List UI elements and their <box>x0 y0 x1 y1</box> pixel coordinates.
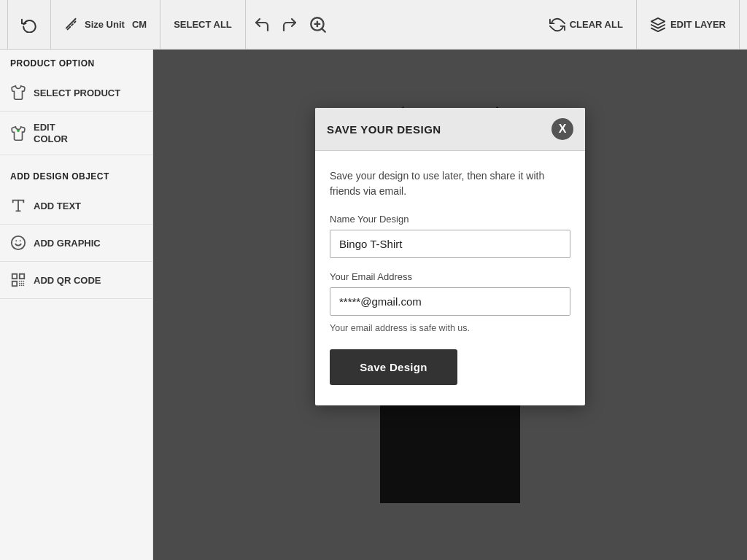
modal-title: SAVE YOUR DESIGN <box>327 123 441 136</box>
sidebar-item-add-text[interactable]: ADD TEXT <box>0 187 152 225</box>
modal-description: Save your design to use later, then shar… <box>330 168 570 199</box>
main-area: PRODUCT OPTION SELECT PRODUCT EDIT COLOR… <box>0 50 747 560</box>
modal-overlay: SAVE YOUR DESIGN X Save your design to u… <box>153 50 747 560</box>
add-graphic-label: ADD GRAPHIC <box>34 238 101 249</box>
svg-rect-11 <box>12 274 17 279</box>
refresh-button[interactable] <box>7 0 51 50</box>
save-design-button[interactable]: Save Design <box>330 349 457 385</box>
edit-color-icon <box>10 125 26 141</box>
sidebar-item-add-graphic[interactable]: ADD GRAPHIC <box>0 225 152 262</box>
add-text-label: ADD TEXT <box>34 201 81 211</box>
edit-label: EDIT <box>34 122 68 133</box>
edit-layer-label: EDIT LAYER <box>670 19 726 30</box>
clear-all-label: CLEAR ALL <box>570 19 623 30</box>
select-all-button[interactable]: SELECT ALL <box>160 0 246 50</box>
size-unit-label: Size Unit <box>85 19 125 30</box>
add-qr-label: ADD QR CODE <box>34 275 101 286</box>
qr-icon <box>10 272 26 288</box>
design-name-input[interactable] <box>330 230 570 258</box>
sidebar-item-select-product[interactable]: SELECT PRODUCT <box>0 74 152 112</box>
select-product-label: SELECT PRODUCT <box>34 88 120 98</box>
svg-point-5 <box>17 129 20 132</box>
svg-marker-4 <box>651 18 665 24</box>
sidebar-item-edit-color[interactable]: EDIT COLOR <box>0 112 152 155</box>
undo-redo-zoom-group <box>246 0 335 50</box>
text-icon <box>10 198 26 214</box>
modal-body: Save your design to use later, then shar… <box>315 151 585 405</box>
email-safe-note: Your email address is safe with us. <box>330 323 570 333</box>
svg-line-1 <box>322 28 325 32</box>
layers-icon <box>650 17 666 33</box>
toolbar: Size Unit CM SELECT ALL CLEAR ALL EDIT L… <box>0 0 747 50</box>
svg-rect-12 <box>20 274 24 279</box>
svg-rect-13 <box>12 281 17 286</box>
zoom-icon[interactable] <box>309 15 328 34</box>
modal-header: SAVE YOUR DESIGN X <box>315 108 585 151</box>
ruler-icon <box>64 17 80 33</box>
color-label: COLOR <box>34 133 68 145</box>
edit-color-labels: EDIT COLOR <box>34 122 68 144</box>
product-option-header: PRODUCT OPTION <box>0 50 152 74</box>
email-input[interactable] <box>330 287 570 316</box>
add-design-header: ADD DESIGN OBJECT <box>0 163 152 187</box>
edit-layer-button[interactable]: EDIT LAYER <box>637 0 740 50</box>
refresh-icon <box>21 17 37 33</box>
email-field-label: Your Email Address <box>330 271 570 282</box>
save-design-modal: SAVE YOUR DESIGN X Save your design to u… <box>315 108 585 405</box>
redo-icon[interactable] <box>281 16 298 34</box>
modal-close-button[interactable]: X <box>551 118 573 140</box>
graphic-icon <box>10 235 26 251</box>
size-unit-value: CM <box>132 19 147 30</box>
clear-all-button[interactable]: CLEAR ALL <box>536 0 637 50</box>
svg-point-8 <box>12 236 25 249</box>
tshirt-icon <box>10 85 26 101</box>
name-field-label: Name Your Design <box>330 214 570 225</box>
close-icon: X <box>559 122 567 136</box>
sidebar-item-add-qr[interactable]: ADD QR CODE <box>0 262 152 299</box>
canvas: SAVE YOUR DESIGN X Save your design to u… <box>153 50 747 560</box>
undo-icon[interactable] <box>253 16 271 34</box>
clear-all-icon <box>549 17 565 33</box>
select-all-label: SELECT ALL <box>174 19 232 30</box>
size-unit-button[interactable]: Size Unit CM <box>51 0 160 50</box>
sidebar: PRODUCT OPTION SELECT PRODUCT EDIT COLOR… <box>0 50 153 560</box>
